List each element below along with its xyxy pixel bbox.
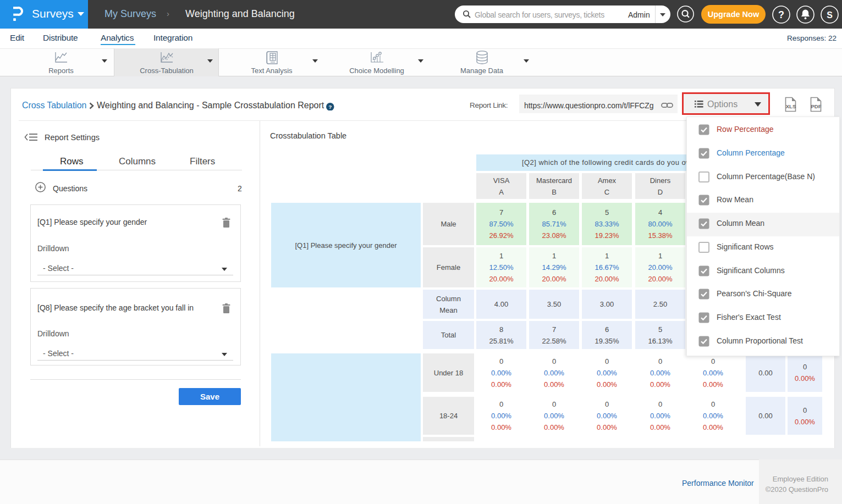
svg-text:?: ? <box>778 9 784 20</box>
svg-text:S: S <box>827 10 833 20</box>
svg-text:?: ? <box>328 103 332 109</box>
svg-text:PDF: PDF <box>811 103 822 109</box>
svg-text:XLS: XLS <box>786 103 796 109</box>
